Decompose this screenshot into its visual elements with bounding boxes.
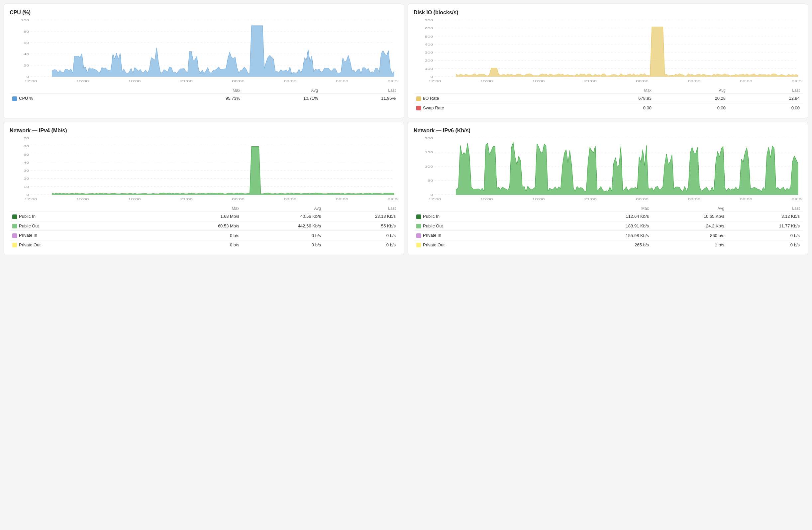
panel-title-ipv6: Network — IPv6 (Kb/s): [414, 128, 802, 134]
legend-header-3: Last: [728, 87, 802, 94]
legend-value-1: 10.71%: [243, 94, 321, 103]
svg-text:21:00: 21:00: [584, 197, 597, 201]
legend-value-0: 95.73%: [165, 94, 243, 103]
legend-item-label: Public In: [19, 214, 35, 219]
svg-text:60: 60: [24, 145, 29, 148]
svg-text:80: 80: [24, 30, 29, 33]
svg-text:50: 50: [24, 153, 29, 156]
svg-text:03:00: 03:00: [688, 197, 701, 201]
legend-value-0: 0 b/s: [165, 231, 242, 240]
legend-header-3: Last: [323, 206, 398, 212]
legend-value-1: 10.65 Kb/s: [652, 212, 727, 221]
legend-cpu: MaxAvgLastCPU %95.73%10.71%11.95%: [10, 87, 398, 103]
panel-ipv4: Network — IPv4 (Mb/s)70605040302010012:0…: [4, 122, 404, 255]
legend-label-cell: Private In: [414, 231, 569, 240]
legend-value-0: 0 b/s: [165, 240, 242, 249]
legend-header-2: Avg: [652, 206, 727, 212]
svg-text:200: 200: [425, 59, 433, 62]
legend-diskio: MaxAvgLastI/O Rate678.9320.2812.84Swap R…: [414, 87, 802, 112]
legend-item-label: Private Out: [423, 242, 445, 247]
legend-label-cell: Public In: [414, 212, 569, 221]
legend-item-label: Public Out: [19, 223, 39, 228]
svg-text:12:00: 12:00: [429, 197, 441, 201]
legend-value-0: 155.98 Kb/s: [569, 231, 652, 240]
legend-value-2: 12.84: [728, 94, 802, 103]
svg-text:150: 150: [425, 151, 433, 154]
svg-text:03:00: 03:00: [284, 197, 297, 201]
legend-header-3: Last: [321, 87, 398, 94]
svg-text:03:00: 03:00: [284, 80, 297, 83]
legend-row: Public Out60.53 Mb/s442.56 Kb/s55 Kb/s: [10, 221, 398, 231]
legend-label-cell: Private Out: [414, 240, 569, 249]
svg-text:12:00: 12:00: [429, 80, 441, 83]
chart-diskio: 700600500400300200100012:0015:0018:0021:…: [414, 18, 802, 85]
svg-text:400: 400: [425, 43, 433, 46]
svg-text:100: 100: [425, 67, 433, 70]
legend-item-label: CPU %: [19, 96, 33, 101]
chart-ipv4: 70605040302010012:0015:0018:0021:0000:00…: [10, 136, 398, 203]
svg-text:06:00: 06:00: [740, 80, 753, 83]
legend-value-2: 0 b/s: [323, 231, 398, 240]
svg-text:06:00: 06:00: [336, 197, 349, 201]
svg-text:21:00: 21:00: [584, 80, 597, 83]
legend-value-2: 0.00: [728, 103, 802, 112]
legend-header-3: Last: [727, 206, 802, 212]
legend-row: Public In1.68 Mb/s40.56 Kb/s23.13 Kb/s: [10, 212, 398, 221]
chart-ipv6: 20015010050012:0015:0018:0021:0000:0003:…: [414, 136, 802, 203]
svg-text:10: 10: [24, 185, 29, 189]
svg-text:09:00: 09:00: [792, 197, 802, 201]
svg-text:09:00: 09:00: [792, 80, 802, 83]
legend-value-1: 40.56 Kb/s: [242, 212, 323, 221]
svg-text:200: 200: [425, 137, 433, 140]
legend-ipv6: MaxAvgLastPublic In112.64 Kb/s10.65 Kb/s…: [414, 206, 802, 249]
svg-text:50: 50: [427, 179, 433, 183]
legend-color-swatch: [416, 106, 421, 110]
legend-value-2: 0 b/s: [727, 231, 802, 240]
svg-text:00:00: 00:00: [232, 80, 245, 83]
svg-text:0: 0: [430, 75, 433, 79]
legend-value-1: 1 b/s: [652, 240, 727, 249]
svg-text:20: 20: [24, 177, 29, 181]
legend-label-cell: Private In: [10, 231, 165, 240]
svg-text:18:00: 18:00: [532, 80, 545, 83]
legend-row: Private In0 b/s0 b/s0 b/s: [10, 231, 398, 240]
legend-color-swatch: [12, 234, 17, 238]
legend-label-cell: Swap Rate: [414, 103, 569, 112]
svg-text:12:00: 12:00: [25, 80, 37, 83]
legend-value-1: 0 b/s: [242, 231, 323, 240]
legend-value-2: 11.95%: [321, 94, 398, 103]
svg-text:21:00: 21:00: [180, 80, 193, 83]
legend-row: I/O Rate678.9320.2812.84: [414, 94, 802, 103]
legend-value-2: 23.13 Kb/s: [323, 212, 398, 221]
legend-row: Private In155.98 Kb/s860 b/s0 b/s: [414, 231, 802, 240]
legend-label-cell: I/O Rate: [414, 94, 569, 103]
svg-rect-45: [435, 20, 798, 76]
chart-cpu: 10080604020012:0015:0018:0021:0000:0003:…: [10, 18, 398, 85]
svg-text:300: 300: [425, 51, 433, 54]
legend-value-2: 3.12 Kb/s: [727, 212, 802, 221]
legend-label-cell: CPU %: [10, 94, 165, 103]
svg-text:0: 0: [26, 193, 29, 196]
legend-item-label: Swap Rate: [423, 106, 444, 110]
legend-color-swatch: [416, 214, 421, 219]
svg-text:18:00: 18:00: [532, 197, 545, 201]
svg-text:700: 700: [425, 19, 433, 22]
legend-label-cell: Public In: [10, 212, 165, 221]
legend-color-swatch: [12, 96, 17, 101]
legend-value-1: 0.00: [654, 103, 728, 112]
legend-color-swatch: [12, 224, 17, 228]
legend-row: Swap Rate0.000.000.00: [414, 103, 802, 112]
legend-header-2: Avg: [654, 87, 728, 94]
legend-row: Public In112.64 Kb/s10.65 Kb/s3.12 Kb/s: [414, 212, 802, 221]
legend-item-label: Private In: [423, 233, 441, 238]
legend-header-0: [414, 206, 569, 212]
svg-text:00:00: 00:00: [636, 80, 649, 83]
svg-text:30: 30: [24, 169, 29, 172]
svg-text:0: 0: [430, 193, 433, 196]
legend-value-1: 24.2 Kb/s: [652, 221, 727, 231]
panel-title-cpu: CPU (%): [10, 10, 398, 16]
panel-cpu: CPU (%)10080604020012:0015:0018:0021:000…: [4, 4, 404, 118]
legend-item-label: Public Out: [423, 223, 443, 228]
svg-text:40: 40: [24, 161, 29, 164]
svg-text:00:00: 00:00: [636, 197, 649, 201]
